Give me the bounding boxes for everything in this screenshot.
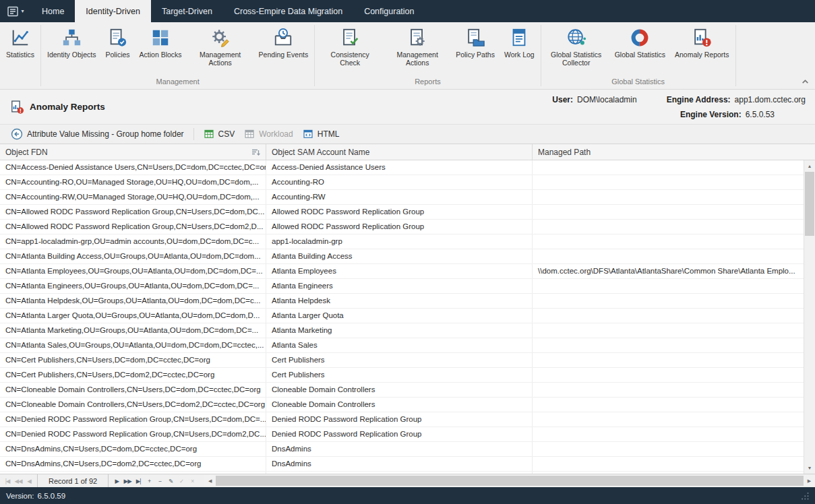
engine-info-line-2: Engine Version: 6.5.0.53 <box>680 110 775 119</box>
table-row[interactable]: CN=Atlanta Marketing,OU=Groups,OU=Atlant… <box>0 323 804 338</box>
scroll-right-arrow-icon[interactable]: ▶ <box>804 475 815 486</box>
app-menu-button[interactable]: ▾ <box>0 0 31 22</box>
horizontal-scrollbar[interactable]: ◀ ▶ <box>204 475 815 486</box>
engine-version-value: 6.5.0.53 <box>746 110 775 119</box>
table-row[interactable]: CN=Accounting-RW,OU=Managed Storage,OU=H… <box>0 190 804 205</box>
tab-cross-empire-data-migration[interactable]: Cross-Empire Data Migration <box>223 0 353 22</box>
tab-target-driven[interactable]: Target-Driven <box>151 0 223 22</box>
scroll-up-arrow-icon[interactable]: ▲ <box>804 160 815 172</box>
column-header-label: Object FDN <box>5 148 48 157</box>
ribbon-button-identity-objects[interactable]: Identity Objects <box>42 26 100 61</box>
ribbon-button-global-statistics[interactable]: Global Statistics <box>610 26 670 61</box>
tab-configuration[interactable]: Configuration <box>353 0 425 22</box>
vertical-scrollbar[interactable]: ▲ ▼ <box>804 160 815 474</box>
engine-version-info: Engine Version: 6.5.0.53 <box>680 110 775 119</box>
tab-identity-driven[interactable]: Identity-Driven <box>75 0 151 22</box>
table-row[interactable]: CN=Cert Publishers,CN=Users,DC=dom,DC=cc… <box>0 353 804 368</box>
ribbon-button-anomaly-reports[interactable]: Anomaly Reports <box>670 26 734 61</box>
user-value: DOM\localadmin <box>577 95 637 104</box>
table-row[interactable]: CN=Atlanta Helpdesk,OU=Groups,OU=Atlanta… <box>0 294 804 309</box>
cell-object-fdn: CN=Allowed RODC Password Replication Gro… <box>0 220 266 234</box>
ribbon-button-work-log[interactable]: Work Log <box>500 26 539 61</box>
user-label: User: <box>552 95 573 104</box>
cell-object-sam-account-name: Atlanta Employees <box>266 264 533 278</box>
horizontal-scrollbar-track[interactable] <box>216 475 804 486</box>
ribbon-button-statistics[interactable]: Statistics <box>1 26 39 61</box>
cell-object-fdn: CN=app1-localadmin-grp,OU=admin accounts… <box>0 234 266 249</box>
ribbon-button-label: Action Blocks <box>140 51 182 59</box>
anomaly-reports-icon <box>692 28 712 48</box>
cell-object-sam-account-name: Atlanta Engineers <box>266 279 533 293</box>
ribbon-button-action-blocks[interactable]: Action Blocks <box>135 26 187 61</box>
table-row[interactable]: CN=Cloneable Domain Controllers,CN=Users… <box>0 383 804 398</box>
table-row[interactable]: CN=Atlanta Engineers,OU=Groups,OU=Atlant… <box>0 279 804 294</box>
table-row[interactable]: CN=Cloneable Domain Controllers,CN=Users… <box>0 398 804 412</box>
cell-managed-path <box>533 368 804 382</box>
table-row[interactable]: CN=Access-Denied Assistance Users,CN=Use… <box>0 160 804 175</box>
table-row[interactable]: CN=Denied RODC Password Replication Grou… <box>0 427 804 442</box>
nav-next-record-button[interactable]: ▶ <box>111 475 122 487</box>
scroll-left-arrow-icon[interactable]: ◀ <box>204 475 216 486</box>
nav-end-edit-button[interactable]: ✓ <box>176 475 187 487</box>
table-row[interactable]: CN=Allowed RODC Password Replication Gro… <box>0 220 804 234</box>
ribbon-button-consistency-check[interactable]: Consistency Check <box>316 26 384 69</box>
table-row[interactable]: CN=app1-localadmin-grp,OU=admin accounts… <box>0 234 804 249</box>
table-row[interactable]: CN=Atlanta Larger Quota,OU=Groups,OU=Atl… <box>0 309 804 323</box>
cell-object-fdn: CN=Cert Publishers,CN=Users,DC=dom,DC=cc… <box>0 353 266 367</box>
scroll-down-arrow-icon[interactable]: ▼ <box>804 462 815 474</box>
table-row[interactable]: CN=DnsAdmins,CN=Users,DC=dom2,DC=cctec,D… <box>0 457 804 472</box>
nav-prior-page-button[interactable]: ◀◀ <box>13 475 24 487</box>
table-row[interactable]: CN=Denied RODC Password Replication Grou… <box>0 412 804 427</box>
cell-managed-path <box>533 249 804 263</box>
tab-home[interactable]: Home <box>31 0 75 22</box>
ribbon-collapse-button[interactable] <box>801 77 810 86</box>
table-row[interactable]: CN=Atlanta Employees,OU=Groups,OU=Atlant… <box>0 264 804 279</box>
cell-object-fdn: CN=Atlanta Engineers,OU=Groups,OU=Atlant… <box>0 279 266 293</box>
ribbon-button-pending-events[interactable]: Pending Events <box>254 26 313 61</box>
vertical-scrollbar-track[interactable] <box>804 172 815 462</box>
nav-delete-record-button[interactable]: − <box>154 475 165 487</box>
nav-last-record-button[interactable]: ▶| <box>133 475 144 487</box>
cell-object-sam-account-name: Atlanta Marketing <box>266 323 533 338</box>
csv-button[interactable]: CSV <box>199 127 240 141</box>
ribbon-button-label: Identity Objects <box>47 51 96 59</box>
column-header-object-sam-account-name[interactable]: Object SAM Account Name <box>266 144 533 160</box>
cell-object-sam-account-name: Allowed RODC Password Replication Group <box>266 220 533 234</box>
resize-grip-icon[interactable] <box>801 492 809 500</box>
column-header-object-fdn[interactable]: Object FDN <box>0 144 266 160</box>
table-row[interactable]: CN=DnsAdmins,CN=Users,DC=dom,DC=cctec,DC… <box>0 442 804 457</box>
horizontal-scrollbar-thumb[interactable] <box>216 476 804 486</box>
ribbon-button-global-statistics-collector[interactable]: Global Statistics Collector <box>543 26 610 69</box>
nav-first-record-button[interactable]: |◀ <box>2 475 13 487</box>
cell-object-sam-account-name: Cert Publishers <box>266 368 533 382</box>
vertical-scrollbar-thumb[interactable] <box>805 172 814 236</box>
nav-next-page-button[interactable]: ▶▶ <box>122 475 133 487</box>
table-row[interactable]: CN=Atlanta Sales,OU=Groups,OU=Atlanta,OU… <box>0 338 804 353</box>
cell-object-fdn: CN=Atlanta Employees,OU=Groups,OU=Atlant… <box>0 264 266 278</box>
cell-managed-path <box>533 383 804 397</box>
nav-cancel-edit-button[interactable]: × <box>187 475 198 487</box>
back-button[interactable]: Attribute Value Missing - Group home fol… <box>6 126 189 142</box>
ribbon-button-label: Management Actions <box>191 51 249 67</box>
ribbon-button-policies[interactable]: Policies <box>100 26 134 61</box>
table-row[interactable]: CN=Cert Publishers,CN=Users,DC=dom2,DC=c… <box>0 368 804 383</box>
application-window: ▾ HomeIdentity-DrivenTarget-DrivenCross-… <box>0 0 815 504</box>
ribbon-button-management-actions[interactable]: Management Actions <box>384 26 451 69</box>
workload-button[interactable]: Workload <box>239 127 297 141</box>
table-row[interactable]: CN=Allowed RODC Password Replication Gro… <box>0 205 804 220</box>
table-row[interactable]: CN=Atlanta Building Access,OU=Groups,OU=… <box>0 249 804 264</box>
html-button[interactable]: HTML <box>298 127 344 141</box>
cell-managed-path <box>533 427 804 441</box>
nav-prior-record-button[interactable]: ◀ <box>24 475 34 487</box>
ribbon-button-policy-paths[interactable]: Policy Paths <box>451 26 500 61</box>
column-header-managed-path[interactable]: Managed Path <box>533 144 804 160</box>
policies-icon <box>107 28 127 48</box>
work-log-icon <box>509 28 529 48</box>
statistics-icon <box>10 28 30 48</box>
cell-managed-path <box>533 309 804 323</box>
nav-edit-record-button[interactable]: ✎ <box>165 475 176 487</box>
nav-append-record-button[interactable]: + <box>144 475 154 487</box>
cell-object-sam-account-name: Allowed RODC Password Replication Group <box>266 205 533 219</box>
table-row[interactable]: CN=Accounting-RO,OU=Managed Storage,OU=H… <box>0 175 804 190</box>
ribbon-button-management-actions[interactable]: Management Actions <box>187 26 254 69</box>
